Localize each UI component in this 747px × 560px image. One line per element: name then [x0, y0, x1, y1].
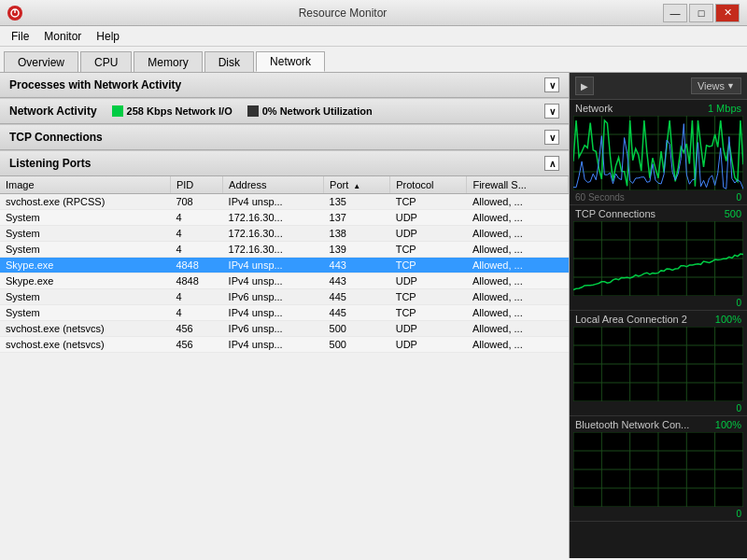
table-row[interactable]: svchost.exe (RPCSS)708IPv4 unsp...135TCP…: [0, 194, 569, 210]
table-cell: TCP: [390, 194, 467, 210]
table-cell: 500: [324, 321, 390, 337]
chart-section-3: Bluetooth Network Con...100%0: [570, 416, 747, 522]
nav-back-btn[interactable]: ▶: [575, 77, 594, 95]
right-panel: ▶ Views ▼ Network1 Mbps60 Seconds0TCP Co…: [570, 73, 747, 558]
table-cell: UDP: [390, 337, 467, 353]
chart-bottom-right: 0: [736, 298, 741, 308]
chart-name-label: TCP Connections: [575, 208, 655, 219]
chart-bottom-row: 60 Seconds0: [570, 190, 747, 204]
left-panel: Processes with Network Activity ∨ Networ…: [0, 73, 570, 558]
col-port[interactable]: Port ▲: [324, 176, 390, 194]
col-address[interactable]: Address: [223, 176, 324, 194]
listening-ports-section-header[interactable]: Listening Ports ∧: [0, 150, 569, 176]
table-cell: UDP: [390, 321, 467, 337]
chart-value-label: 100%: [715, 419, 741, 430]
table-cell: 172.16.30...: [223, 242, 324, 258]
table-cell: 4: [170, 242, 222, 258]
chart-bottom-row: 0: [570, 507, 747, 521]
table-cell: 135: [324, 194, 390, 210]
table-container[interactable]: Image PID Address Port ▲ Protocol Firewa…: [0, 176, 569, 558]
views-button[interactable]: Views ▼: [691, 77, 741, 94]
table-cell: System: [0, 210, 170, 226]
processes-section-header[interactable]: Processes with Network Activity ∨: [0, 73, 569, 98]
table-row[interactable]: svchost.exe (netsvcs)456IPv6 unsp...500U…: [0, 321, 569, 337]
tcp-expand-btn[interactable]: ∨: [544, 130, 559, 145]
network-activity-expand-btn[interactable]: ∨: [544, 104, 559, 119]
table-cell: Allowed, ...: [467, 273, 569, 289]
network-stat-io: 258 Kbps Network I/O: [112, 105, 233, 117]
col-pid[interactable]: PID: [170, 176, 222, 194]
chart-bottom-left: 60 Seconds: [575, 192, 625, 203]
table-row[interactable]: svchost.exe (netsvcs)456IPv4 unsp...500U…: [0, 337, 569, 353]
table-cell: IPv6 unsp...: [223, 321, 324, 337]
window-controls: — □ ✕: [663, 4, 740, 22]
table-header-row: Image PID Address Port ▲ Protocol Firewa…: [0, 176, 569, 194]
tab-overview[interactable]: Overview: [4, 51, 78, 72]
table-cell: 708: [170, 194, 222, 210]
tab-memory[interactable]: Memory: [134, 51, 202, 72]
maximize-button[interactable]: □: [689, 4, 713, 22]
tab-disk[interactable]: Disk: [204, 51, 254, 72]
menubar: File Monitor Help: [0, 26, 747, 47]
col-firewall[interactable]: Firewall S...: [467, 176, 569, 194]
table-row[interactable]: System4172.16.30...137UDPAllowed, ...: [0, 210, 569, 226]
chart-value-label: 100%: [715, 314, 741, 325]
table-cell: svchost.exe (RPCSS): [0, 194, 170, 210]
table-cell: IPv4 unsp...: [223, 337, 324, 353]
col-protocol[interactable]: Protocol: [390, 176, 467, 194]
menu-monitor[interactable]: Monitor: [36, 28, 89, 45]
chart-value-label: 500: [725, 208, 741, 219]
tabbar: Overview CPU Memory Disk Network: [0, 47, 747, 73]
processes-expand-btn[interactable]: ∨: [544, 77, 559, 92]
table-cell: System: [0, 226, 170, 242]
chart-section-1: TCP Connections5000: [570, 205, 747, 311]
tab-network[interactable]: Network: [256, 51, 325, 72]
menu-help[interactable]: Help: [89, 28, 127, 45]
network-activity-section-header[interactable]: Network Activity 258 Kbps Network I/O 0%…: [0, 98, 569, 124]
chart-bottom-row: 0: [570, 296, 747, 310]
menu-file[interactable]: File: [4, 28, 36, 45]
chart-section-0: Network1 Mbps60 Seconds0: [570, 100, 747, 205]
listening-ports-expand-btn[interactable]: ∧: [544, 156, 559, 171]
table-cell: 4: [170, 305, 222, 321]
table-cell: Allowed, ...: [467, 289, 569, 305]
app-icon: [7, 6, 22, 21]
chart-section-2: Local Area Connection 2100%0: [570, 311, 747, 416]
chart-label-row: Network1 Mbps: [570, 100, 747, 116]
tab-cpu[interactable]: CPU: [80, 51, 132, 72]
chart-canvas: [573, 221, 743, 296]
stat-util-text: 0% Network Utilization: [262, 105, 373, 117]
table-cell: Skype.exe: [0, 258, 170, 273]
table-row[interactable]: System4172.16.30...138UDPAllowed, ...: [0, 226, 569, 242]
table-cell: System: [0, 242, 170, 258]
table-cell: UDP: [390, 273, 467, 289]
col-image[interactable]: Image: [0, 176, 170, 194]
chart-label-row: TCP Connections500: [570, 205, 747, 221]
table-row[interactable]: System4172.16.30...139TCPAllowed, ...: [0, 242, 569, 258]
table-cell: Allowed, ...: [467, 194, 569, 210]
tcp-label: TCP Connections: [9, 131, 103, 144]
stat-util-icon: [247, 105, 259, 117]
main-layout: Processes with Network Activity ∨ Networ…: [0, 73, 747, 558]
table-cell: 4848: [170, 258, 222, 273]
network-activity-label: Network Activity: [9, 105, 97, 118]
table-row[interactable]: Skype.exe4848IPv4 unsp...443TCPAllowed, …: [0, 258, 569, 273]
table-cell: System: [0, 305, 170, 321]
minimize-button[interactable]: —: [663, 4, 687, 22]
table-cell: 4: [170, 210, 222, 226]
table-row[interactable]: System4IPv6 unsp...445TCPAllowed, ...: [0, 289, 569, 305]
table-cell: Allowed, ...: [467, 210, 569, 226]
tcp-section-header[interactable]: TCP Connections ∨: [0, 124, 569, 150]
chart-bottom-right: 0: [736, 192, 741, 203]
table-cell: IPv4 unsp...: [223, 258, 324, 273]
close-button[interactable]: ✕: [715, 4, 740, 22]
table-cell: UDP: [390, 226, 467, 242]
views-chevron-icon: ▼: [726, 81, 735, 91]
views-label: Views: [698, 80, 725, 91]
table-cell: svchost.exe (netsvcs): [0, 337, 170, 353]
chart-bottom-row: 0: [570, 401, 747, 415]
chart-label-row: Local Area Connection 2100%: [570, 311, 747, 327]
table-row[interactable]: Skype.exe4848IPv4 unsp...443UDPAllowed, …: [0, 273, 569, 289]
table-row[interactable]: System4IPv4 unsp...445TCPAllowed, ...: [0, 305, 569, 321]
table-cell: TCP: [390, 305, 467, 321]
